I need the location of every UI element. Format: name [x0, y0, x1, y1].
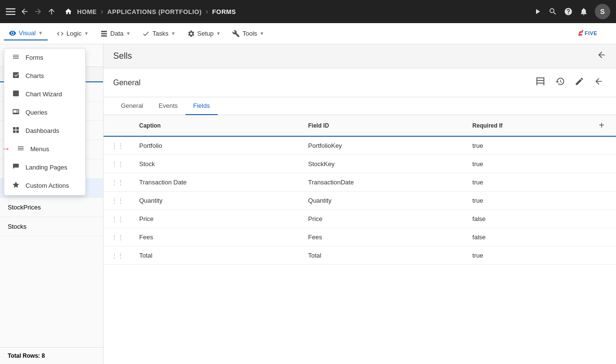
table-row: ⋮⋮ Fees Fees false — [104, 228, 616, 247]
drag-cell: ⋮⋮ — [104, 173, 131, 192]
cell-field-id: Fees — [301, 228, 465, 247]
svg-rect-2 — [6, 14, 15, 15]
add-column-button[interactable]: + — [595, 120, 608, 131]
col-required-if: Required If — [465, 115, 587, 136]
drag-handle[interactable]: ⋮⋮ — [111, 234, 124, 241]
dropdown-dashboards[interactable]: Dashboards — [4, 122, 85, 140]
table-row: ⋮⋮ Portfolio PortfolioKey true — [104, 136, 616, 155]
drag-handle[interactable]: ⋮⋮ — [111, 252, 124, 259]
main-layout: + Action ID Allocations Buys Exchanges P… — [0, 44, 616, 364]
dropdown-queries[interactable]: Queries — [4, 104, 85, 122]
chart-wizard-icon — [11, 90, 21, 99]
cell-field-id: TransactionDate — [301, 173, 465, 192]
drag-handle[interactable]: ⋮⋮ — [111, 179, 124, 186]
logic-label: Logic — [66, 30, 81, 37]
cell-required-if: true — [465, 247, 587, 265]
form-section-header: General — [104, 68, 616, 97]
table-row: ⋮⋮ Stock StockKey true — [104, 155, 616, 173]
sidebar-item-label: Stocks — [8, 223, 26, 230]
tab-events[interactable]: Events — [151, 97, 185, 115]
dropdown-landing-pages[interactable]: Landing Pages — [4, 158, 85, 177]
cell-caption: Price — [131, 210, 301, 228]
notifications-icon[interactable] — [579, 7, 588, 16]
cell-caption: Fees — [131, 228, 301, 247]
drag-handle[interactable]: ⋮⋮ — [111, 215, 124, 222]
breadcrumb-forms[interactable]: FORMS — [212, 8, 236, 15]
dropdown-menus[interactable]: → Menus — [4, 140, 85, 158]
cell-caption: Transaction Date — [131, 173, 301, 192]
drag-handle[interactable]: ⋮⋮ — [111, 160, 124, 168]
form-table-icon[interactable] — [532, 75, 549, 90]
help-icon[interactable] — [564, 7, 573, 16]
sidebar-item-label: StockPrices — [8, 204, 41, 211]
dropdown-menus-label: Menus — [30, 145, 49, 153]
svg-marker-3 — [578, 30, 584, 36]
content-area: Sells General — [104, 44, 616, 364]
table-row: ⋮⋮ Price Price false — [104, 210, 616, 228]
charts-icon — [11, 71, 21, 81]
cell-required-if: false — [465, 210, 587, 228]
setup-menu-button[interactable]: Setup ▼ — [183, 27, 226, 40]
tools-arrow: ▼ — [260, 31, 264, 36]
drag-cell: ⋮⋮ — [104, 247, 131, 265]
drag-cell: ⋮⋮ — [104, 155, 131, 173]
queries-icon — [11, 108, 21, 117]
menus-indicator: → — [1, 144, 10, 154]
col-add: + — [587, 115, 616, 136]
content-close-button[interactable] — [597, 50, 606, 62]
drag-cell: ⋮⋮ — [104, 136, 131, 155]
drag-cell: ⋮⋮ — [104, 192, 131, 210]
data-label: Data — [110, 30, 123, 37]
drag-handle[interactable]: ⋮⋮ — [111, 197, 124, 204]
col-field-id: Field ID — [301, 115, 465, 136]
dropdown-chart-wizard-label: Chart Wizard — [26, 91, 62, 98]
table-row: ⋮⋮ Quantity Quantity true — [104, 192, 616, 210]
cell-caption: Total — [131, 247, 301, 265]
forward-icon[interactable] — [34, 7, 42, 16]
dropdown-forms[interactable]: Forms — [4, 49, 85, 67]
content-header: Sells — [104, 44, 616, 68]
search-icon[interactable] — [549, 7, 557, 16]
tab-fields[interactable]: Fields — [185, 97, 218, 115]
tabs: General Events Fields — [104, 97, 616, 115]
tasks-arrow: ▼ — [171, 31, 176, 36]
setup-label: Setup — [197, 30, 214, 37]
logic-arrow: ▼ — [84, 31, 89, 36]
play-icon[interactable] — [533, 7, 542, 16]
tools-menu-button[interactable]: Tools ▼ — [227, 27, 269, 40]
sidebar-item-stocks[interactable]: Stocks — [0, 217, 103, 236]
dropdown-chart-wizard[interactable]: Chart Wizard — [4, 85, 85, 104]
cell-caption: Portfolio — [131, 136, 301, 155]
tasks-menu-button[interactable]: Tasks ▼ — [137, 27, 180, 40]
form-history-icon[interactable] — [552, 75, 568, 90]
drag-handle[interactable]: ⋮⋮ — [111, 142, 124, 149]
cell-required-if: true — [465, 136, 587, 155]
dropdown-custom-actions[interactable]: Custom Actions — [4, 177, 85, 195]
up-icon[interactable] — [47, 7, 56, 16]
dropdown-charts[interactable]: Charts — [4, 67, 85, 85]
drag-cell: ⋮⋮ — [104, 210, 131, 228]
tab-general[interactable]: General — [113, 97, 151, 115]
cell-caption: Stock — [131, 155, 301, 173]
cell-required-if: true — [465, 192, 587, 210]
svg-text:FIVE: FIVE — [585, 30, 597, 36]
breadcrumb-home[interactable]: HOME — [77, 8, 97, 15]
avatar[interactable]: S — [595, 4, 610, 19]
dropdown-landing-pages-label: Landing Pages — [26, 164, 67, 171]
logic-menu-button[interactable]: Logic ▼ — [52, 27, 93, 40]
landing-pages-icon — [11, 163, 21, 172]
form-edit-icon[interactable] — [572, 75, 587, 90]
content-title: Sells — [113, 51, 132, 61]
form-back-icon[interactable] — [591, 75, 606, 90]
breadcrumb-app[interactable]: APPLICATIONS (PORTFOLIO) — [107, 8, 202, 15]
data-menu-button[interactable]: Data ▼ — [95, 27, 135, 40]
table-row: ⋮⋮ Total Total true — [104, 247, 616, 265]
sidebar-item-stockprices[interactable]: StockPrices — [0, 198, 103, 217]
visual-menu-button[interactable]: Visual ▼ — [4, 27, 48, 40]
breadcrumb: HOME › APPLICATIONS (PORTFOLIO) › FORMS — [65, 7, 236, 16]
hamburger-icon[interactable] — [6, 7, 15, 16]
dropdown-queries-label: Queries — [26, 109, 48, 116]
cell-required-if: false — [465, 228, 587, 247]
top-bar-right: S — [533, 4, 610, 19]
back-icon[interactable] — [20, 7, 29, 16]
